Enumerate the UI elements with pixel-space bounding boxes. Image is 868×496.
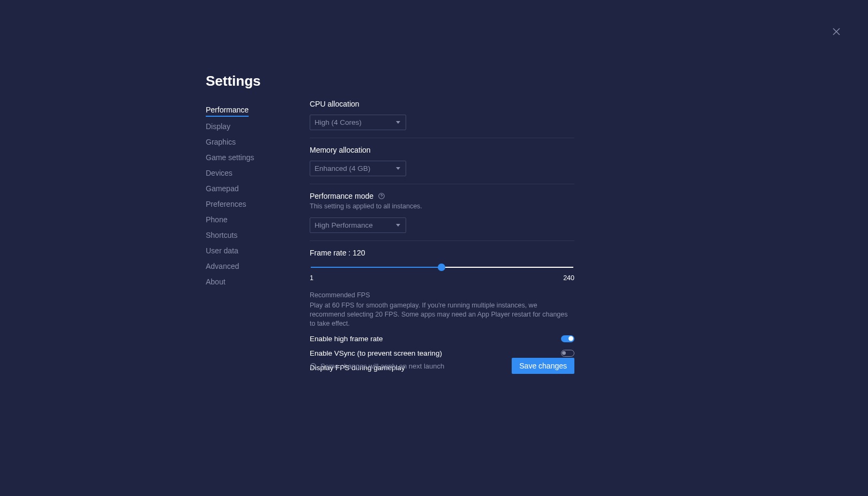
close-icon — [832, 29, 841, 38]
recommended-fps-title: Recommended FPS — [310, 291, 574, 299]
help-icon[interactable] — [378, 192, 385, 200]
memory-allocation-value: Enhanced (4 GB) — [315, 164, 370, 172]
sidebar-item-display[interactable]: Display — [206, 118, 230, 134]
info-icon — [310, 363, 317, 370]
cpu-allocation-label: CPU allocation — [310, 100, 574, 108]
slider-thumb[interactable] — [438, 264, 445, 271]
recommended-fps-body: Play at 60 FPS for smooth gameplay. If y… — [310, 301, 574, 328]
sidebar-item-preferences[interactable]: Preferences — [206, 196, 246, 212]
close-button[interactable] — [832, 27, 841, 36]
enable-high-frame-rate-label: Enable high frame rate — [310, 335, 383, 343]
cpu-allocation-value: High (4 Cores) — [315, 118, 362, 126]
sidebar-item-advanced[interactable]: Advanced — [206, 258, 239, 274]
page-title: Settings — [206, 73, 261, 89]
settings-sidebar: Performance Display Graphics Game settin… — [206, 102, 291, 289]
sidebar-item-shortcuts[interactable]: Shortcuts — [206, 227, 237, 243]
save-changes-button[interactable]: Save changes — [512, 358, 574, 374]
memory-allocation-section: Memory allocation Enhanced (4 GB) — [310, 146, 574, 184]
sidebar-item-performance[interactable]: Performance — [206, 102, 249, 117]
performance-mode-sublabel: This setting is applied to all instances… — [310, 202, 574, 210]
sidebar-item-phone[interactable]: Phone — [206, 212, 227, 227]
frame-rate-label: Frame rate : 120 — [310, 249, 574, 257]
frame-rate-section: Frame rate : 120 1 240 Recommended FPS P… — [310, 249, 574, 372]
sidebar-item-devices[interactable]: Devices — [206, 165, 233, 181]
enable-high-frame-rate-toggle[interactable] — [561, 335, 574, 342]
performance-mode-label: Performance mode — [310, 192, 373, 200]
sidebar-item-game-settings[interactable]: Game settings — [206, 149, 254, 165]
toggle-knob — [568, 336, 573, 341]
footer-note-text: Some changes will apply on next launch — [320, 362, 444, 370]
settings-footer: Some changes will apply on next launch S… — [310, 358, 574, 374]
chevron-down-icon — [396, 121, 400, 124]
footer-note: Some changes will apply on next launch — [310, 362, 444, 370]
sidebar-item-user-data[interactable]: User data — [206, 243, 238, 258]
frame-rate-slider[interactable] — [311, 261, 573, 273]
memory-allocation-dropdown[interactable]: Enhanced (4 GB) — [310, 161, 406, 176]
toggle-knob — [562, 351, 566, 355]
enable-vsync-label: Enable VSync (to prevent screen tearing) — [310, 349, 442, 357]
cpu-allocation-dropdown[interactable]: High (4 Cores) — [310, 115, 406, 130]
enable-vsync-toggle[interactable] — [561, 350, 574, 357]
cpu-allocation-section: CPU allocation High (4 Cores) — [310, 100, 574, 138]
frame-rate-max: 240 — [563, 274, 574, 282]
sidebar-item-graphics[interactable]: Graphics — [206, 134, 236, 149]
performance-mode-section: Performance mode This setting is applied… — [310, 192, 574, 241]
svg-point-3 — [381, 198, 382, 198]
performance-mode-value: High Performance — [315, 221, 373, 229]
settings-content: CPU allocation High (4 Cores) Memory all… — [310, 100, 574, 372]
svg-point-6 — [313, 364, 313, 365]
chevron-down-icon — [396, 224, 400, 227]
sidebar-item-gamepad[interactable]: Gamepad — [206, 181, 238, 196]
performance-mode-dropdown[interactable]: High Performance — [310, 217, 406, 233]
frame-rate-min: 1 — [310, 274, 313, 282]
memory-allocation-label: Memory allocation — [310, 146, 574, 154]
chevron-down-icon — [396, 167, 400, 170]
sidebar-item-about[interactable]: About — [206, 274, 226, 289]
slider-fill — [311, 267, 442, 268]
